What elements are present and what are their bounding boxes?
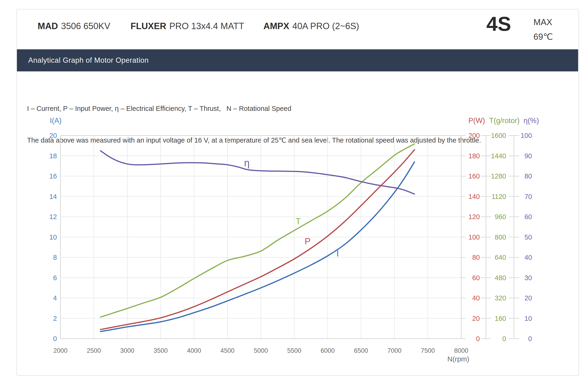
product-esc: AMPX40A PRO (2~6S) [263, 21, 359, 31]
axis-title-power: P(W) [462, 116, 485, 125]
conditions-line: The data above was measured with an inpu… [27, 135, 481, 146]
axis-title-current: I(A) [50, 116, 62, 125]
max-temperature-block: MAX 69℃ [533, 15, 553, 44]
propeller-brand: FLUXER [130, 21, 166, 31]
motor-model: 3506 650KV [61, 21, 110, 31]
esc-model: 40A PRO (2~6S) [292, 21, 359, 31]
product-motor: MAD3506 650KV [38, 21, 110, 31]
esc-brand: AMPX [263, 21, 289, 31]
product-propeller: FLUXERPRO 13x4.4 MATT [130, 21, 244, 31]
axis-title-rpm: N(rpm) [447, 355, 469, 363]
battery-cells-badge: 4S [486, 12, 511, 36]
propeller-model: PRO 13x4.4 MATT [169, 21, 244, 31]
max-label: MAX [533, 15, 553, 30]
section-banner: Analytical Graph of Motor Operation [17, 49, 578, 71]
max-temp-value: 69℃ [533, 30, 553, 44]
chart-description: I – Current, P – Input Power, η – Electr… [27, 82, 481, 156]
axis-title-efficiency: η(%) [524, 116, 539, 125]
axis-title-thrust: T(g/rotor) [489, 116, 520, 125]
legend-line: I – Current, P – Input Power, η – Electr… [27, 103, 481, 114]
motor-brand: MAD [38, 21, 58, 31]
section-title: Analytical Graph of Motor Operation [28, 49, 149, 71]
